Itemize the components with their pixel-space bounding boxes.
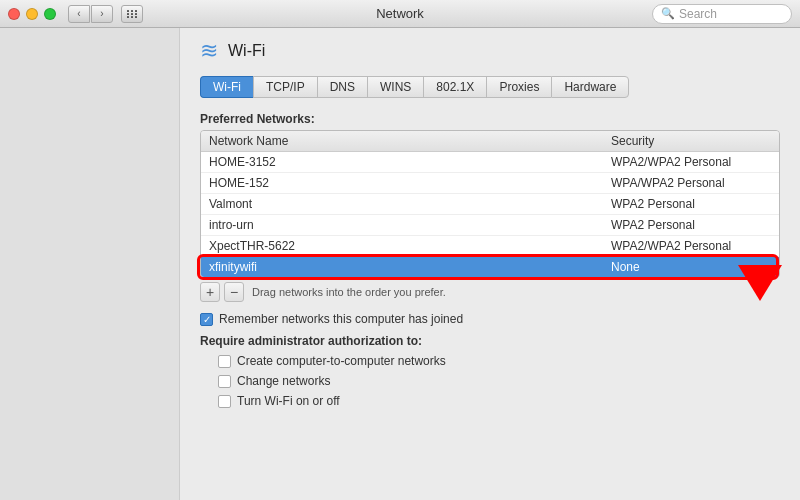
create-network-row: Create computer-to-computer networks — [218, 354, 780, 368]
titlebar: ‹ › Network 🔍 Search — [0, 0, 800, 28]
table-row[interactable]: Valmont WPA2 Personal — [201, 194, 779, 215]
grid-icon — [127, 10, 138, 18]
network-security: WPA2 Personal — [611, 218, 771, 232]
tab-wins[interactable]: WINS — [367, 76, 423, 98]
table-row[interactable]: HOME-3152 WPA2/WPA2 Personal — [201, 152, 779, 173]
require-admin-label: Require administrator authorization to: — [200, 334, 780, 348]
change-networks-checkbox[interactable] — [218, 375, 231, 388]
turn-wifi-checkbox[interactable] — [218, 395, 231, 408]
search-input[interactable]: Search — [679, 7, 717, 21]
window-title: Network — [376, 6, 424, 21]
tab-dns[interactable]: DNS — [317, 76, 367, 98]
table-controls: + − Drag networks into the order you pre… — [200, 282, 780, 302]
tab-8021x[interactable]: 802.1X — [423, 76, 486, 98]
network-name: XpectTHR-5622 — [209, 239, 611, 253]
network-security: WPA2/WPA2 Personal — [611, 155, 771, 169]
red-arrow-icon — [738, 265, 782, 301]
wifi-icon: ≋ — [200, 38, 218, 64]
wifi-label: Wi-Fi — [228, 42, 265, 60]
create-network-checkbox[interactable] — [218, 355, 231, 368]
back-button[interactable]: ‹ — [68, 5, 90, 23]
add-network-button[interactable]: + — [200, 282, 220, 302]
table-body[interactable]: HOME-3152 WPA2/WPA2 Personal HOME-152 WP… — [201, 152, 779, 277]
maximize-button[interactable] — [44, 8, 56, 20]
main-wrapper: ≋ Wi-Fi Wi-Fi TCP/IP DNS WINS 802.1X Pro… — [180, 28, 800, 500]
networks-section: Preferred Networks: Network Name Securit… — [200, 112, 780, 302]
sidebar — [0, 28, 180, 500]
tab-wifi[interactable]: Wi-Fi — [200, 76, 253, 98]
remove-network-button[interactable]: − — [224, 282, 244, 302]
wifi-header: ≋ Wi-Fi — [200, 38, 780, 64]
network-name: xfinitywifi — [209, 260, 611, 274]
remember-networks-row: ✓ Remember networks this computer has jo… — [200, 312, 780, 326]
turn-wifi-row: Turn Wi-Fi on or off — [218, 394, 780, 408]
network-name: Valmont — [209, 197, 611, 211]
close-button[interactable] — [8, 8, 20, 20]
red-arrow-container — [738, 265, 782, 301]
turn-wifi-label: Turn Wi-Fi on or off — [237, 394, 340, 408]
table-row[interactable]: XpectTHR-5622 WPA2/WPA2 Personal — [201, 236, 779, 257]
search-icon: 🔍 — [661, 7, 675, 20]
network-name: HOME-152 — [209, 176, 611, 190]
networks-label: Preferred Networks: — [200, 112, 780, 126]
create-network-label: Create computer-to-computer networks — [237, 354, 446, 368]
networks-table: Network Name Security HOME-3152 WPA2/WPA… — [200, 130, 780, 278]
grid-view-button[interactable] — [121, 5, 143, 23]
tab-bar: Wi-Fi TCP/IP DNS WINS 802.1X Proxies Har… — [200, 76, 780, 98]
col-header-security: Security — [611, 134, 771, 148]
table-row[interactable]: intro-urn WPA2 Personal — [201, 215, 779, 236]
tab-proxies[interactable]: Proxies — [486, 76, 551, 98]
nav-buttons: ‹ › — [68, 5, 113, 23]
main-panel: ≋ Wi-Fi Wi-Fi TCP/IP DNS WINS 802.1X Pro… — [180, 28, 800, 424]
traffic-lights — [8, 8, 56, 20]
tab-hardware[interactable]: Hardware — [551, 76, 629, 98]
change-networks-row: Change networks — [218, 374, 780, 388]
change-networks-label: Change networks — [237, 374, 330, 388]
checkmark-icon: ✓ — [203, 314, 211, 325]
search-bar[interactable]: 🔍 Search — [652, 4, 792, 24]
admin-options: Create computer-to-computer networks Cha… — [218, 354, 780, 408]
selected-table-row[interactable]: xfinitywifi None — [201, 257, 779, 277]
remember-label: Remember networks this computer has join… — [219, 312, 463, 326]
drag-hint: Drag networks into the order you prefer. — [252, 286, 446, 298]
network-name: intro-urn — [209, 218, 611, 232]
network-security: WPA2 Personal — [611, 197, 771, 211]
table-row[interactable]: HOME-152 WPA/WPA2 Personal — [201, 173, 779, 194]
forward-button[interactable]: › — [91, 5, 113, 23]
minimize-button[interactable] — [26, 8, 38, 20]
col-header-name: Network Name — [209, 134, 611, 148]
content-area: ≋ Wi-Fi Wi-Fi TCP/IP DNS WINS 802.1X Pro… — [0, 28, 800, 500]
network-security: WPA2/WPA2 Personal — [611, 239, 771, 253]
network-security: WPA/WPA2 Personal — [611, 176, 771, 190]
networks-table-wrapper: Network Name Security HOME-3152 WPA2/WPA… — [200, 130, 780, 278]
tab-tcpip[interactable]: TCP/IP — [253, 76, 317, 98]
network-name: HOME-3152 — [209, 155, 611, 169]
remember-checkbox[interactable]: ✓ — [200, 313, 213, 326]
table-header: Network Name Security — [201, 131, 779, 152]
